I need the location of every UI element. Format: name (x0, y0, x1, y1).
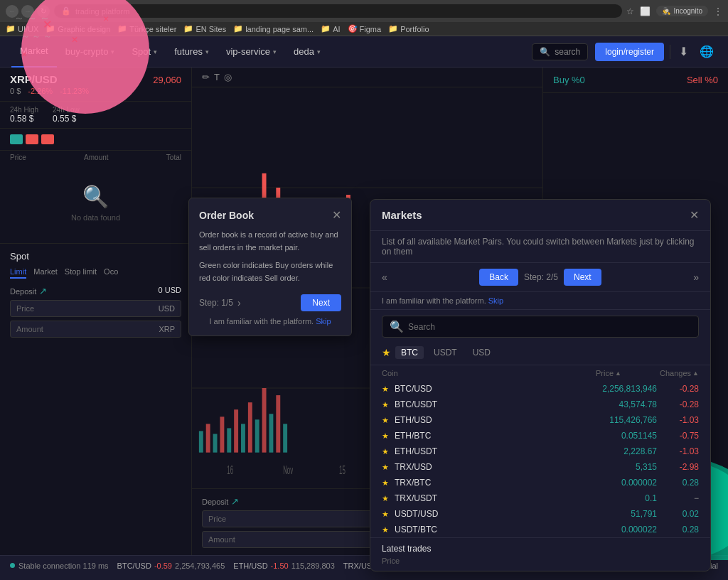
incognito-badge: 🕵 Incognito (656, 6, 708, 16)
menu-icon[interactable]: ⋮ (714, 6, 722, 16)
svg-rect-42 (248, 402, 252, 453)
coin-row-trxbtc[interactable]: ★ TRX/BTC 0.000002 0.28 (370, 475, 710, 490)
coin-row-btcusdt[interactable]: ★ BTC/USDT 43,574.78 -0.28 (370, 397, 710, 412)
markets-skip-link[interactable]: Skip (488, 296, 503, 305)
coin-change-btcusdt: -0.28 (660, 399, 699, 409)
tab-oco[interactable]: Oco (104, 267, 118, 279)
nav-deda[interactable]: deda▾ (285, 36, 329, 68)
order-book-modal: Order Book ✕ Order book is a record of a… (188, 198, 352, 336)
svg-text:Nov: Nov (283, 464, 293, 477)
ob-modal-nav: Step: 1/5 › Next (199, 294, 341, 311)
usd-tab[interactable]: USD (467, 346, 496, 359)
lock-icon: 🔒 (61, 6, 71, 16)
pair-7d-change: -11.23% (60, 87, 89, 95)
download-icon[interactable]: ⬇ (676, 42, 691, 61)
star-tab[interactable]: ★ (382, 347, 391, 358)
btc-tab[interactable]: BTC (395, 346, 424, 359)
coin-row-trxusdt[interactable]: ★ TRX/USDT 0.1 − (370, 490, 710, 506)
price-header: Price▲ (596, 369, 660, 377)
coin-name-btcusdt: BTC/USDT (395, 399, 590, 409)
pair-usd-change: 0 $ (10, 87, 21, 95)
ob-modal-title: Order Book (199, 210, 254, 221)
markets-step-label: Step: 2/5 (524, 272, 558, 282)
ob-modal-close[interactable]: ✕ (332, 208, 341, 222)
amount-field-label: Amount (16, 325, 43, 333)
markets-nav-row: « Back Step: 2/5 Next » (370, 263, 710, 292)
bookmark-icon[interactable]: ☆ (626, 6, 634, 16)
center-deposit-label: Deposit (202, 498, 228, 506)
low-label: 24h Low (53, 106, 80, 114)
nav-actions: ⬇ 🌐 (670, 42, 717, 61)
chart-tool-text[interactable]: T (214, 72, 220, 82)
ob-modal-header: Order Book ✕ (199, 208, 341, 222)
nav-vip[interactable]: vip-service▾ (218, 36, 285, 68)
bookmark-uiux[interactable]: 📁UI/UX (6, 24, 38, 33)
chart-tool-circle[interactable]: ◎ (224, 72, 232, 82)
latest-trades-title: Latest trades (382, 544, 699, 554)
coin-row-trxusd[interactable]: ★ TRX/USD 5,315 -2.98 (370, 459, 710, 475)
svg-rect-38 (220, 417, 224, 452)
coin-row-usdtusd[interactable]: ★ USDT/USD 51,791 0.02 (370, 506, 710, 522)
usdt-tab[interactable]: USDT (428, 346, 463, 359)
price-field[interactable]: Price USD (10, 300, 181, 317)
markets-description: List of all available Market Pairs. You … (370, 231, 710, 263)
bookmark-en[interactable]: 📁EN Sites (183, 24, 226, 33)
bookmark-ai[interactable]: 📁AI (321, 24, 340, 33)
tab-market[interactable]: Market (33, 267, 58, 279)
address-bar[interactable]: 🔒 trading platform (54, 4, 622, 18)
star-btcusd: ★ (382, 385, 392, 394)
bookmark-graphic[interactable]: 📁Graphic design (46, 24, 110, 33)
bookmark-turkce[interactable]: 📁Türkçe siteler (117, 24, 176, 33)
coin-row-ethusd[interactable]: ★ ETH/USD 115,426,766 -1.03 (370, 412, 710, 428)
deposit-row-left: Deposit ↗ 0 USD (10, 286, 181, 296)
coin-row-btcusd[interactable]: ★ BTC/USD 2,256,813,946 -0.28 (370, 381, 710, 397)
low-val: 0.55 $ (53, 114, 80, 124)
markets-next-button[interactable]: Next (564, 269, 601, 286)
bookmark-landing[interactable]: 📁landing page sam... (233, 24, 314, 33)
nav-search[interactable]: 🔍 search (532, 43, 588, 60)
nav-buy-crypto[interactable]: buy-crypto▾ (57, 36, 124, 68)
chart-tool-pen[interactable]: ✏ (202, 72, 210, 82)
latest-trades-section: Latest trades Price (370, 537, 710, 571)
tab-limit[interactable]: Limit (10, 267, 26, 279)
eth-val: 115,289,803 (291, 562, 335, 570)
markets-search-icon: 🔍 (390, 320, 404, 333)
coin-row-ethbtc[interactable]: ★ ETH/BTC 0.051145 -0.75 (370, 428, 710, 444)
markets-next-arrow[interactable]: » (693, 272, 699, 283)
amount-field[interactable]: Amount XRP (10, 321, 181, 338)
spot-title: Spot (10, 251, 181, 262)
svg-rect-39 (227, 428, 231, 452)
markets-back-button[interactable]: Back (479, 269, 518, 286)
high-label: 24h High (10, 106, 38, 114)
browser-forward-button[interactable]: → (21, 5, 34, 18)
ob-next-button[interactable]: Next (301, 294, 341, 311)
globe-icon[interactable]: 🌐 (697, 42, 717, 61)
nav-futures[interactable]: futures▾ (166, 36, 218, 68)
nav-market[interactable]: Market (11, 36, 57, 68)
login-register-button[interactable]: login/register (595, 43, 664, 61)
markets-modal-header: Markets ✕ (370, 200, 710, 231)
bookmark-figma[interactable]: 🎯Figma (348, 24, 382, 33)
pair-header: XRP/USD 29,060 0 $ -2.26% -11.23% (0, 68, 191, 102)
markets-close-button[interactable]: ✕ (690, 208, 699, 222)
markets-modal: Markets ✕ List of all available Market P… (370, 199, 711, 571)
pair-price: 29,060 (153, 75, 181, 85)
tab-icon[interactable]: ⬜ (640, 6, 651, 16)
coin-row-usdtbtc[interactable]: ★ USDT/BTC 0.000022 0.28 (370, 522, 710, 537)
coin-row-ethusdt[interactable]: ★ ETH/USDT 2,228.67 -1.03 (370, 444, 710, 459)
markets-search-input[interactable] (408, 322, 691, 332)
bookmark-portfolio[interactable]: 📁Portfolio (388, 24, 429, 33)
markets-search-box[interactable]: 🔍 (382, 316, 699, 338)
coin-list: ★ BTC/USD 2,256,813,946 -0.28 ★ BTC/USDT… (370, 381, 710, 537)
deposit-label-left: Deposit (10, 287, 36, 296)
ob-next-arrow[interactable]: › (237, 297, 241, 308)
ob-skip-link[interactable]: Skip (316, 317, 331, 326)
no-data-section: 🔍 No data found (0, 163, 191, 243)
markets-prev-arrow[interactable]: « (382, 272, 387, 283)
nav-spot[interactable]: Spot▾ (123, 36, 166, 68)
tab-stop-limit[interactable]: Stop limit (65, 267, 97, 279)
ob-price-header: Price (10, 154, 26, 161)
bookmarks-bar: 📁UI/UX 📁Graphic design 📁Türkçe siteler 📁… (0, 22, 728, 36)
browser-refresh-button[interactable]: ↻ (37, 5, 50, 18)
browser-back-button[interactable]: ← (6, 5, 18, 18)
